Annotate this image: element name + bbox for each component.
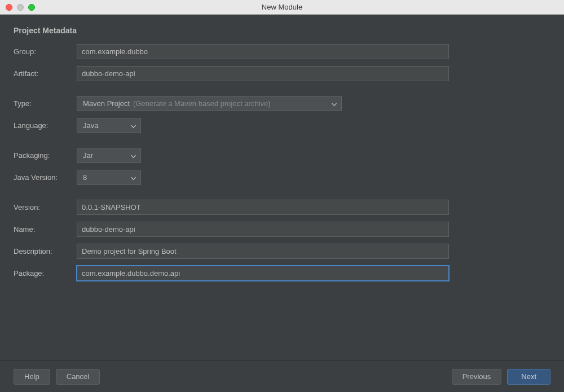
type-value: Maven Project — [83, 99, 130, 108]
help-button[interactable]: Help — [14, 369, 50, 385]
next-button[interactable]: Next — [507, 369, 550, 385]
name-input[interactable] — [77, 222, 449, 237]
group-row: Group: — [14, 44, 550, 59]
java-version-label: Java Version: — [14, 173, 77, 182]
type-dropdown[interactable]: Maven Project (Generate a Maven based pr… — [77, 96, 342, 111]
packaging-label: Packaging: — [14, 151, 77, 160]
name-row: Name: — [14, 222, 550, 237]
artifact-row: Artifact: — [14, 66, 550, 81]
previous-button[interactable]: Previous — [452, 369, 502, 385]
type-hint: (Generate a Maven based project archive) — [133, 99, 271, 108]
maximize-window-button[interactable] — [28, 4, 35, 11]
packaging-value: Jar — [83, 151, 93, 160]
chevron-down-icon — [131, 173, 136, 182]
description-label: Description: — [14, 247, 77, 256]
name-label: Name: — [14, 225, 77, 234]
language-label: Language: — [14, 121, 77, 130]
java-version-row: Java Version: 8 — [14, 170, 550, 185]
group-input[interactable] — [77, 44, 449, 59]
type-row: Type: Maven Project (Generate a Maven ba… — [14, 96, 550, 111]
window-controls — [0, 4, 35, 11]
type-label: Type: — [14, 99, 77, 108]
footer-right: Previous Next — [452, 369, 550, 385]
chevron-down-icon — [332, 99, 337, 108]
footer: Help Cancel Previous Next — [0, 360, 564, 392]
titlebar: New Module — [0, 0, 564, 15]
form-content: Project Metadata Group: Artifact: Type: … — [0, 15, 564, 360]
version-label: Version: — [14, 203, 77, 212]
minimize-window-button[interactable] — [17, 4, 24, 11]
language-value: Java — [83, 121, 98, 130]
chevron-down-icon — [131, 151, 136, 160]
artifact-label: Artifact: — [14, 69, 77, 78]
version-row: Version: — [14, 200, 550, 215]
cancel-button[interactable]: Cancel — [56, 369, 100, 385]
description-row: Description: — [14, 244, 550, 259]
chevron-down-icon — [131, 121, 136, 130]
version-input[interactable] — [77, 200, 449, 215]
java-version-value: 8 — [83, 173, 87, 182]
packaging-row: Packaging: Jar — [14, 148, 550, 163]
section-title: Project Metadata — [14, 26, 550, 35]
java-version-dropdown[interactable]: 8 — [77, 170, 141, 185]
description-input[interactable] — [77, 244, 449, 259]
package-row: Package: — [14, 266, 550, 281]
artifact-input[interactable] — [77, 66, 449, 81]
packaging-dropdown[interactable]: Jar — [77, 148, 141, 163]
package-input[interactable] — [77, 266, 449, 281]
group-label: Group: — [14, 47, 77, 56]
language-row: Language: Java — [14, 118, 550, 133]
footer-left: Help Cancel — [14, 369, 100, 385]
close-window-button[interactable] — [6, 4, 12, 11]
window-title: New Module — [262, 3, 302, 11]
language-dropdown[interactable]: Java — [77, 118, 141, 133]
package-label: Package: — [14, 269, 77, 278]
